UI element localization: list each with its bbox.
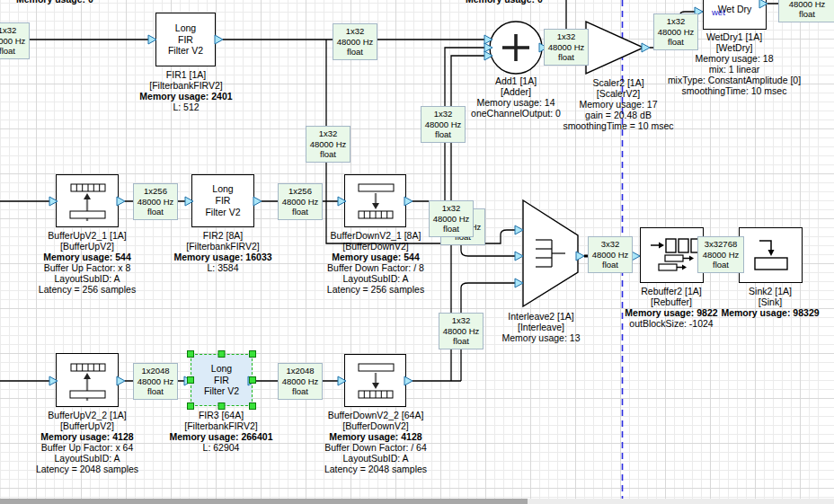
block-title: Long FIR Filter V2: [156, 13, 215, 66]
wire-label[interactable]: 1x256 48000 Hz float: [133, 183, 178, 220]
clipped-memory-label: Memory usage: 0: [466, 0, 543, 4]
block-fir1[interactable]: Long FIR Filter V2: [155, 13, 216, 66]
block-bufferup2[interactable]: [56, 353, 119, 407]
wire-label[interactable]: 1x2048 48000 Hz float: [133, 363, 178, 400]
block-caption-fir1: FIR1 [1A] [FilterbankFIRV2] Memory usage…: [83, 69, 289, 112]
wire-label[interactable]: 1x32 48000 Hz float: [544, 29, 589, 66]
block-title: Long FIR Filter V2: [191, 355, 252, 405]
wire-label[interactable]: 3x32 48000 Hz float: [588, 236, 633, 273]
wire-label[interactable]: 1x32 48000 Hz float: [306, 126, 350, 163]
wire-label[interactable]: 1x256 48000 Hz float: [278, 183, 323, 220]
horizontal-scrollbar[interactable]: [0, 499, 834, 504]
block-fir2[interactable]: Long FIR Filter V2: [191, 174, 254, 227]
wet-pin-label: wet: [712, 7, 725, 17]
wire-label[interactable]: 1x32 48000 Hz float: [778, 0, 834, 22]
wire-label[interactable]: 1x32 48000 Hz float: [0, 22, 30, 59]
scrollbar-thumb[interactable]: [0, 499, 528, 504]
diagram-canvas[interactable]: Long FIR Filter V2 Long FIR Filter V2 Lo…: [0, 0, 834, 504]
block-title: Long FIR Filter V2: [192, 175, 253, 226]
block-bufferup1[interactable]: [56, 174, 119, 227]
block-fir3-selected[interactable]: Long FIR Filter V2: [191, 354, 253, 406]
block-bufferdown2[interactable]: [344, 354, 406, 407]
block-caption-bufferdown2: BufferDownV2_2 [64A] [BufferDownV2] Memo…: [272, 410, 479, 474]
block-rebuffer2[interactable]: [640, 227, 704, 283]
wire-label[interactable]: 3x32768 48000 Hz float: [697, 236, 744, 273]
block-bufferdown1[interactable]: [344, 174, 406, 227]
block-caption-sink2: Sink2 [1A] [Sink] Memory usage: 98329: [667, 286, 834, 318]
wire-label[interactable]: 1x32 48000 Hz float: [333, 23, 377, 60]
block-caption-bufferdown1: BufferDownV2_1 [8A] [BufferDownV2] Memor…: [272, 230, 479, 295]
wire-label[interactable]: 1x2048 48000 Hz float: [278, 363, 323, 400]
block-sink2[interactable]: [739, 227, 803, 283]
block-caption-wetdry1: WetDry1 [1A] [WetDry] Memory usage: 18 m…: [631, 31, 834, 96]
clipped-memory-label: Memory usage: 0: [16, 0, 93, 4]
